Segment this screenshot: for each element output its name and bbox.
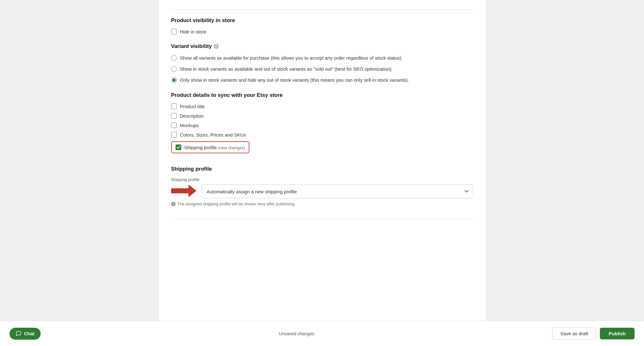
save-as-draft-button[interactable]: Save as draft (552, 327, 596, 340)
description-label[interactable]: Description (180, 113, 204, 119)
description-row: Description (171, 113, 473, 119)
variant-option-1-label[interactable]: Show all variants as available for purch… (180, 55, 403, 61)
bottom-left: Chat (9, 328, 41, 340)
shipping-dropdown-wrapper: Automatically assign a new shipping prof… (171, 185, 473, 198)
save-draft-label: Save as draft (560, 331, 588, 336)
chat-button-label: Chat (24, 331, 34, 336)
variant-option-2-row: Show in stock variants as available and … (171, 66, 473, 72)
top-divider (171, 9, 473, 10)
shipping-profile-checkbox-checked[interactable] (176, 144, 181, 150)
shipping-profile-highlighted-row: Shipping profile (new changes) (171, 141, 250, 153)
shipping-profile-section-title: Shipping profile (171, 166, 473, 172)
shipping-profile-checkbox-wrapper: Shipping profile (new changes) (171, 141, 473, 157)
publish-button[interactable]: Publish (600, 328, 635, 339)
shipping-profile-section: Shipping profile Shipping profile Automa… (171, 166, 473, 206)
product-title-row: Product title (171, 103, 473, 109)
mockups-row: Mockups (171, 122, 473, 128)
unsaved-changes-label: Unsaved changes (279, 331, 314, 336)
variant-visibility-section: Variant visibility ? Show all variants a… (171, 43, 473, 83)
hide-in-store-row: Hide in store (171, 29, 473, 34)
checkmark-icon (177, 145, 180, 149)
shipping-note-info-icon: i (171, 202, 176, 206)
variant-option-2-radio[interactable] (171, 66, 177, 72)
new-changes-tag: (new changes) (218, 145, 245, 150)
chat-button[interactable]: Chat (9, 328, 41, 340)
product-details-title: Product details to sync with your Etsy s… (171, 92, 473, 98)
variant-visibility-title: Variant visibility (171, 43, 212, 50)
colors-sizes-label[interactable]: Colors, Sizes, Prices and SKUs (180, 132, 246, 138)
mockups-checkbox[interactable] (171, 122, 177, 128)
chat-icon (16, 331, 21, 337)
shipping-profile-label: Shipping profile (171, 177, 473, 182)
colors-sizes-row: Colors, Sizes, Prices and SKUs (171, 132, 473, 138)
colors-sizes-checkbox[interactable] (171, 132, 177, 138)
publish-label: Publish (609, 331, 626, 336)
variant-option-3-row: Only show in stock variants and hide any… (171, 77, 473, 83)
variant-option-1-row: Show all variants as available for purch… (171, 55, 473, 61)
bottom-bar: Chat Unsaved changes Save as draft Publi… (0, 321, 644, 346)
product-title-label[interactable]: Product title (180, 104, 205, 109)
red-arrow-svg (171, 185, 196, 197)
hide-in-store-label[interactable]: Hide in store (180, 29, 206, 34)
bottom-right-actions: Save as draft Publish (552, 327, 635, 340)
bottom-content-divider (171, 219, 473, 219)
shipping-profile-select[interactable]: Automatically assign a new shipping prof… (201, 185, 473, 198)
variant-option-1-radio[interactable] (171, 55, 177, 61)
shipping-profile-label-text: Shipping profile (184, 145, 217, 150)
shipping-note: i The assigned shipping profile will be … (171, 202, 473, 206)
product-title-checkbox[interactable] (171, 103, 177, 109)
product-visibility-section: Product visibility in store Hide in stor… (171, 17, 473, 34)
shipping-note-text: The assigned shipping profile will be sh… (177, 202, 296, 206)
product-visibility-title: Product visibility in store (171, 17, 473, 24)
red-arrow-indicator (171, 185, 196, 198)
hide-in-store-checkbox[interactable] (171, 29, 177, 34)
variant-option-3-radio[interactable] (171, 77, 177, 83)
variant-option-3-label[interactable]: Only show in stock variants and hide any… (180, 77, 409, 83)
variant-visibility-help-icon[interactable]: ? (214, 44, 219, 49)
unsaved-changes-text: Unsaved changes (279, 331, 314, 336)
svg-marker-0 (171, 185, 196, 197)
mockups-label[interactable]: Mockups (180, 123, 199, 128)
shipping-profile-checkbox-label[interactable]: Shipping profile (new changes) (184, 145, 245, 150)
description-checkbox[interactable] (171, 113, 177, 119)
variant-visibility-title-row: Variant visibility ? (171, 43, 473, 50)
product-details-section: Product details to sync with your Etsy s… (171, 92, 473, 157)
variant-option-2-label[interactable]: Show in stock variants as available and … (180, 66, 393, 72)
